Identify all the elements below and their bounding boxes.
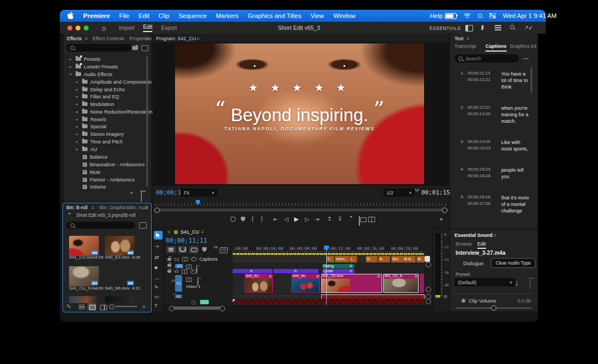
fit-dropdown[interactable]: Fit▾ (180, 189, 217, 197)
clip-thumbnail[interactable] (105, 236, 135, 256)
snap-button[interactable] (178, 246, 187, 253)
timeline-panel-menu-icon[interactable]: ≡ (201, 229, 204, 235)
timeline-playhead-line[interactable] (326, 250, 327, 305)
tab-bin-graphics[interactable]: Bin: Graphics (99, 205, 129, 210)
linked-selection-button[interactable] (189, 246, 198, 253)
audio-scroll-handle-bottom[interactable] (426, 299, 431, 304)
preset-dropdown[interactable]: (Default)▾ (454, 278, 515, 286)
vscroll-handle-mid[interactable] (426, 287, 431, 292)
bin-search-input[interactable] (66, 222, 135, 229)
slip-tool[interactable]: ↔ (154, 275, 160, 281)
caption-clip[interactable]: L.. (350, 256, 357, 262)
hscroll-handle-left[interactable] (169, 306, 175, 311)
effects-tree-item[interactable]: Balance (83, 153, 108, 160)
clip-thumbnail[interactable] (69, 266, 99, 286)
menu-file[interactable]: File (119, 12, 129, 19)
v3-track-header[interactable] (167, 264, 171, 267)
sync-lock-icon[interactable] (186, 278, 192, 282)
program-panel-menu-icon[interactable]: ≡ (197, 36, 200, 41)
graphic-clip[interactable]: fx (233, 269, 272, 273)
workspace-panel-icon[interactable] (465, 25, 473, 32)
v1-source-patch[interactable]: V1 (175, 275, 182, 292)
tab-effects[interactable]: Effects (67, 36, 82, 41)
minimize-window-button[interactable] (76, 26, 80, 30)
menu-graphics-titles[interactable]: Graphics and Titles (248, 12, 301, 19)
clip-thumbnail[interactable] (69, 296, 99, 303)
quote-graphic-clip[interactable]: Quotefx (322, 269, 354, 273)
step-back-icon[interactable]: ◁ (284, 216, 289, 222)
save-preset-icon[interactable]: ↓ (515, 279, 518, 285)
delete-preset-icon[interactable] (530, 279, 531, 289)
tab-import[interactable]: Import (119, 25, 134, 31)
wifi-icon[interactable] (464, 11, 471, 21)
zoom-slider-track[interactable] (115, 306, 137, 307)
comparison-view-icon[interactable] (359, 216, 360, 226)
lift-icon[interactable]: ↥ (327, 216, 332, 222)
effects-tree-item[interactable]: ▸Amplitude and Compression (76, 78, 152, 85)
lock-icon[interactable] (167, 270, 171, 273)
pen-tool[interactable]: ✎ (154, 285, 159, 290)
menu-markers[interactable]: Markers (216, 12, 239, 19)
close-sequence-icon[interactable]: × (167, 229, 171, 235)
menu-sequence[interactable]: Sequence (178, 12, 207, 19)
track-output-eye-icon[interactable] (196, 264, 197, 274)
bin-panel-menu-icon[interactable]: ≡ (91, 205, 94, 210)
track-output-eye-icon[interactable] (191, 257, 197, 261)
effects-search-input[interactable] (66, 44, 132, 52)
project-writable-pen-icon[interactable]: ✎ (66, 303, 71, 310)
captions-visibility-icon[interactable]: CC (220, 247, 228, 253)
close-window-button[interactable] (67, 26, 72, 30)
menu-help[interactable]: Help (430, 12, 443, 19)
panel-overflow-icon[interactable]: » (146, 36, 149, 41)
type-tool[interactable]: T (154, 303, 158, 309)
mark-in-icon[interactable]: { (252, 216, 253, 222)
captions-search-input[interactable]: Search (454, 54, 519, 62)
sync-lock-icon[interactable] (186, 265, 192, 269)
a2-automation-chip[interactable] (200, 300, 209, 304)
go-to-in-icon[interactable]: ⇤ (273, 216, 278, 222)
extract-icon[interactable]: ↧ (338, 216, 342, 222)
program-scrollbar[interactable] (157, 209, 444, 211)
spotlight-icon[interactable] (478, 14, 482, 18)
panel-overflow-icon[interactable]: » (146, 205, 148, 210)
freeform-view-icon[interactable] (100, 305, 107, 310)
essential-sound-menu-icon[interactable]: ≡ (494, 233, 496, 238)
tab-effect-controls[interactable]: Effect Controls (92, 36, 124, 41)
effects-panel-menu-icon[interactable]: ≡ (85, 36, 88, 41)
sync-lock-icon[interactable] (182, 269, 188, 274)
effects-tree-item[interactable]: ▸AU (76, 146, 97, 153)
share-icon[interactable]: ⮭ (481, 24, 484, 31)
list-view-icon[interactable] (79, 305, 85, 309)
search-bin-icon[interactable] (139, 222, 147, 229)
playback-resolution-dropdown[interactable]: 1/2▾ (383, 189, 415, 197)
tab-graphics[interactable]: Graphics (510, 43, 530, 49)
tab-captions[interactable]: Captions (485, 43, 507, 52)
video-clip[interactable] (420, 274, 424, 293)
selection-tool[interactable] (154, 231, 163, 240)
effects-tree-item[interactable]: Binauralizer - Ambisonics (83, 161, 145, 168)
effects-tree-item[interactable]: Panner - Ambisonics (83, 176, 135, 183)
effects-tree-item[interactable]: Volume (83, 183, 106, 190)
menu-edit[interactable]: Edit (139, 12, 149, 19)
v3-source-patch[interactable]: V3 (175, 264, 183, 268)
music-audio-clip[interactable] (233, 299, 424, 304)
timeline-timecode[interactable]: 00;00;11;11 (166, 237, 207, 244)
fullscreen-icon[interactable]: ↗↙ (524, 24, 533, 30)
effects-tree-item[interactable]: ▾Audio Effects (70, 71, 113, 78)
video-clip-selected[interactable]: S41_CU_9..fx (383, 274, 419, 293)
mark-out-icon[interactable]: } (261, 216, 263, 222)
caption-clip[interactable]: th.. (378, 256, 390, 262)
tab-browse[interactable]: Browse (456, 241, 472, 247)
clip-name[interactable]: S40_E2.mov (105, 255, 130, 260)
effects-scrollbar[interactable] (146, 57, 148, 187)
captions-scrollbar[interactable] (531, 67, 532, 92)
clip-volume-slider-knob[interactable] (491, 305, 496, 311)
audio-type-label[interactable]: Dialogue (463, 260, 484, 266)
a1-source-patch[interactable]: A1 (175, 294, 182, 298)
effects-tree-item[interactable]: ▸Lumetri Presets (70, 63, 118, 70)
v2-track-header[interactable]: V2 (167, 269, 196, 274)
sync-lock-icon[interactable] (182, 257, 188, 261)
vscroll-handle-top[interactable] (426, 262, 431, 267)
effects-tree-item[interactable]: ▸Stereo Imagery (76, 130, 124, 137)
search-zoom-icon[interactable] (510, 25, 514, 29)
